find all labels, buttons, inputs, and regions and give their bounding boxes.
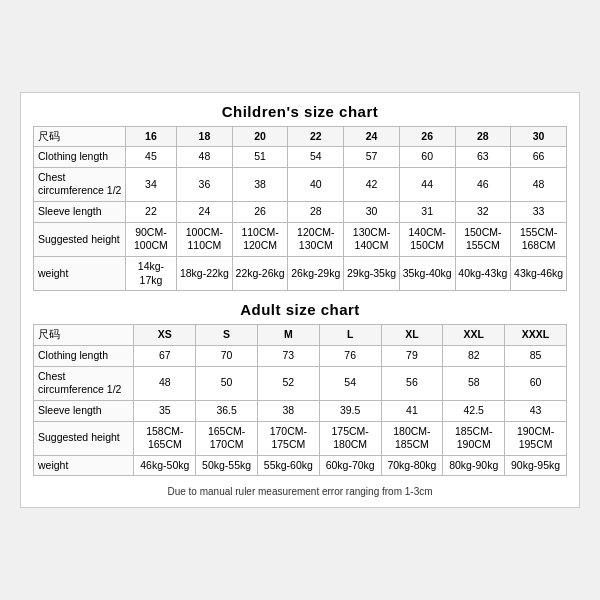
table-cell: 54 <box>288 147 344 168</box>
col-header-label: 尺码 <box>34 126 126 147</box>
row-label: Sleeve length <box>34 202 126 223</box>
table-cell: 33 <box>511 202 567 223</box>
table-cell: 175CM-180CM <box>319 421 381 455</box>
table-cell: 42 <box>344 167 400 201</box>
table-cell: 82 <box>443 345 505 366</box>
table-cell: 52 <box>257 366 319 400</box>
table-row: Suggested height158CM-165CM165CM-170CM17… <box>34 421 567 455</box>
table-cell: 150CM-155CM <box>455 222 511 256</box>
table-cell: 26kg-29kg <box>288 257 344 291</box>
table-row: Chest circumference 1/23436384042444648 <box>34 167 567 201</box>
col-header-L: L <box>319 325 381 346</box>
table-cell: 34 <box>125 167 176 201</box>
table-cell: 32 <box>455 202 511 223</box>
col-header-26: 26 <box>399 126 455 147</box>
table-cell: 130CM-140CM <box>344 222 400 256</box>
table-cell: 165CM-170CM <box>196 421 258 455</box>
children-chart-title: Children's size chart <box>33 103 567 120</box>
table-row: Sleeve length3536.53839.54142.543 <box>34 400 567 421</box>
row-label: weight <box>34 257 126 291</box>
table-cell: 22 <box>125 202 176 223</box>
table-cell: 54 <box>319 366 381 400</box>
col-header-30: 30 <box>511 126 567 147</box>
table-cell: 85 <box>505 345 567 366</box>
col-header-28: 28 <box>455 126 511 147</box>
col-header-M: M <box>257 325 319 346</box>
row-label: Sleeve length <box>34 400 134 421</box>
table-cell: 35 <box>134 400 196 421</box>
children-body: Clothing length4548515457606366Chest cir… <box>34 147 567 291</box>
table-cell: 36 <box>177 167 233 201</box>
table-cell: 100CM-110CM <box>177 222 233 256</box>
col-header-label: 尺码 <box>34 325 134 346</box>
col-header-S: S <box>196 325 258 346</box>
table-cell: 67 <box>134 345 196 366</box>
table-cell: 38 <box>257 400 319 421</box>
row-label: Suggested height <box>34 222 126 256</box>
table-row: Chest circumference 1/248505254565860 <box>34 366 567 400</box>
table-cell: 120CM-130CM <box>288 222 344 256</box>
table-cell: 60kg-70kg <box>319 455 381 476</box>
table-cell: 42.5 <box>443 400 505 421</box>
row-label: Suggested height <box>34 421 134 455</box>
col-header-XS: XS <box>134 325 196 346</box>
chart-container: Children's size chart 尺码1618202224262830… <box>20 92 580 509</box>
table-cell: 70 <box>196 345 258 366</box>
table-cell: 41 <box>381 400 443 421</box>
col-header-22: 22 <box>288 126 344 147</box>
table-cell: 158CM-165CM <box>134 421 196 455</box>
row-label: Clothing length <box>34 345 134 366</box>
table-cell: 63 <box>455 147 511 168</box>
table-cell: 60 <box>505 366 567 400</box>
row-label: Chest circumference 1/2 <box>34 366 134 400</box>
table-cell: 24 <box>177 202 233 223</box>
table-cell: 76 <box>319 345 381 366</box>
table-cell: 45 <box>125 147 176 168</box>
adult-chart-title: Adult size chart <box>33 301 567 318</box>
table-row: Suggested height90CM-100CM100CM-110CM110… <box>34 222 567 256</box>
row-label: Clothing length <box>34 147 126 168</box>
table-cell: 18kg-22kg <box>177 257 233 291</box>
table-cell: 39.5 <box>319 400 381 421</box>
table-cell: 60 <box>399 147 455 168</box>
table-cell: 110CM-120CM <box>232 222 288 256</box>
table-cell: 56 <box>381 366 443 400</box>
row-label: weight <box>34 455 134 476</box>
table-cell: 48 <box>134 366 196 400</box>
table-cell: 44 <box>399 167 455 201</box>
col-header-18: 18 <box>177 126 233 147</box>
table-row: weight46kg-50kg50kg-55kg55kg-60kg60kg-70… <box>34 455 567 476</box>
row-label: Chest circumference 1/2 <box>34 167 126 201</box>
table-cell: 46 <box>455 167 511 201</box>
table-row: Sleeve length2224262830313233 <box>34 202 567 223</box>
table-cell: 58 <box>443 366 505 400</box>
adult-table: 尺码XSSMLXLXXLXXXL Clothing length67707376… <box>33 324 567 476</box>
table-cell: 180CM-185CM <box>381 421 443 455</box>
table-cell: 35kg-40kg <box>399 257 455 291</box>
adult-body: Clothing length67707376798285Chest circu… <box>34 345 567 475</box>
table-cell: 70kg-80kg <box>381 455 443 476</box>
col-header-XXL: XXL <box>443 325 505 346</box>
table-cell: 55kg-60kg <box>257 455 319 476</box>
table-cell: 170CM-175CM <box>257 421 319 455</box>
table-cell: 31 <box>399 202 455 223</box>
table-cell: 73 <box>257 345 319 366</box>
col-header-24: 24 <box>344 126 400 147</box>
table-cell: 43 <box>505 400 567 421</box>
table-cell: 40 <box>288 167 344 201</box>
table-cell: 14kg-17kg <box>125 257 176 291</box>
table-cell: 48 <box>177 147 233 168</box>
table-cell: 43kg-46kg <box>511 257 567 291</box>
table-cell: 80kg-90kg <box>443 455 505 476</box>
adult-header-row: 尺码XSSMLXLXXLXXXL <box>34 325 567 346</box>
note: Due to manual ruler measurement error ra… <box>33 486 567 497</box>
table-cell: 140CM-150CM <box>399 222 455 256</box>
table-row: Clothing length67707376798285 <box>34 345 567 366</box>
table-cell: 155CM-168CM <box>511 222 567 256</box>
col-header-XXXL: XXXL <box>505 325 567 346</box>
table-cell: 51 <box>232 147 288 168</box>
col-header-XL: XL <box>381 325 443 346</box>
table-cell: 26 <box>232 202 288 223</box>
table-cell: 28 <box>288 202 344 223</box>
table-cell: 22kg-26kg <box>232 257 288 291</box>
